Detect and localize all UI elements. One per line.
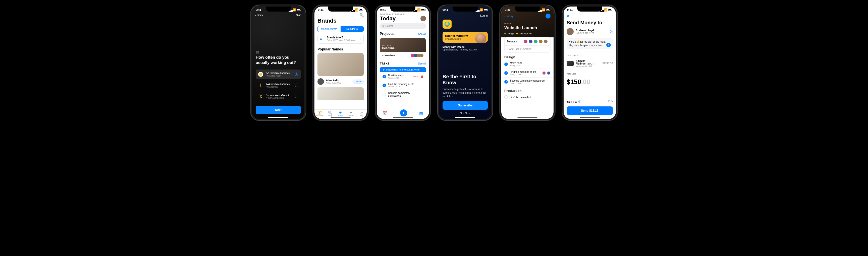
- more-button[interactable]: ⋯: [546, 13, 551, 19]
- step-indicator: 1/5: [256, 51, 301, 54]
- task-row[interactable]: ✓Don't be an idiotToday, 10:0010:001: [380, 72, 426, 81]
- info-icon[interactable]: ⓘ: [610, 30, 613, 34]
- question-text: How often do you usually working out?: [256, 55, 301, 65]
- option-2[interactable]: 🏋 5+ workouts/weekA man, a machine: [256, 92, 301, 101]
- grid-icon[interactable]: ▦: [419, 111, 423, 116]
- send-button[interactable]: Send $151.5: [567, 106, 613, 115]
- task-row[interactable]: ✓Find the meaning of lifeFriday, 12:40: [501, 69, 554, 77]
- radio-icon: [295, 84, 299, 87]
- check-icon[interactable]: ✓: [382, 75, 386, 78]
- members-count: 12 Members: [382, 54, 395, 57]
- use-card-label: USE CARD: [564, 50, 616, 58]
- check-icon[interactable]: [504, 95, 508, 99]
- status-bar: 9:41 📶: [564, 6, 616, 13]
- add-task-button[interactable]: + Add Task or Section: [504, 46, 550, 53]
- home-indicator[interactable]: [331, 118, 351, 118]
- badge: 1: [421, 75, 423, 78]
- chevron-right-icon: ›: [361, 37, 362, 41]
- note-input[interactable]: Here's 💰 for my part of the meal. Pls, k…: [567, 38, 613, 49]
- date-label: THURSDAY 1 FEBRUARY: [377, 13, 429, 15]
- search-input[interactable]: 🔍 Search: [380, 23, 426, 29]
- new-tasks-banner[interactable]: ⚡ 4 new tasks, from Yura and Artem: [380, 67, 426, 72]
- recipient-row[interactable]: Andrew Lloyd+43 323-613-1222 ⓘ: [564, 28, 616, 37]
- back-button[interactable]: ‹ Back: [255, 13, 263, 17]
- see-all-link[interactable]: See All: [418, 33, 426, 35]
- send-note-icon[interactable]: ↑: [606, 43, 611, 47]
- status-bar: 9:41 📶: [252, 6, 304, 13]
- status-icons: 📶: [289, 8, 301, 11]
- task-row[interactable]: ✓Find the meaning of lifeFriday, 12:40: [380, 81, 426, 90]
- check-icon[interactable]: ✓: [504, 71, 508, 75]
- option-0[interactable]: 😅 0-1 workouts/weekI'm a little rusty: [256, 69, 301, 79]
- not-now-link[interactable]: Not Now: [439, 112, 491, 115]
- member-avatars: [412, 54, 424, 58]
- back-button[interactable]: ‹ Today: [504, 14, 514, 18]
- fee-row: Bank Fee ⓘ $1.5: [564, 97, 616, 105]
- status-icons: 📶: [600, 8, 612, 11]
- option-1[interactable]: 🚶 2-4 workouts/weekI'm a regular: [256, 81, 301, 90]
- calendar-icon[interactable]: 📅: [383, 111, 388, 116]
- section-projects: Projects: [380, 32, 394, 36]
- login-link[interactable]: Log in: [439, 13, 491, 18]
- members-row[interactable]: Members: [504, 37, 550, 46]
- search-icon[interactable]: 🔍: [360, 13, 364, 17]
- home-indicator[interactable]: [580, 118, 600, 118]
- shop-button[interactable]: SHOP: [353, 79, 364, 84]
- status-time: 9:41: [442, 8, 448, 11]
- tag-design[interactable]: Design: [504, 32, 514, 35]
- heart-icon: ♥: [346, 111, 356, 115]
- amount-input[interactable]: $150.00: [564, 76, 616, 87]
- section-production: Production: [501, 86, 554, 94]
- task-row[interactable]: ✓Become completely transparentFriday, 13…: [501, 77, 554, 86]
- tab-discover[interactable]: 🧭Discover: [314, 111, 325, 117]
- page-title: Today: [380, 15, 396, 22]
- seg-manufacturers[interactable]: Manufacturers: [318, 26, 341, 32]
- add-button[interactable]: +: [400, 109, 407, 117]
- segment-control: Manufacturers Designers: [317, 26, 364, 32]
- avatar: [567, 28, 574, 35]
- brand-image[interactable]: [317, 87, 364, 100]
- project-name: Website Launch: [501, 25, 554, 32]
- tab-shop[interactable]: 🔍Shop: [325, 111, 336, 117]
- profile-avatar[interactable]: [421, 16, 426, 21]
- check-icon[interactable]: ✓: [504, 80, 508, 84]
- feature-card[interactable]: Rachel Maddow Finance, Stocks: [442, 32, 488, 43]
- tab-wishlist[interactable]: ♥Wishlist: [346, 111, 356, 117]
- show-info: Money with Rachel Updating Every Thursda…: [439, 44, 491, 53]
- check-icon[interactable]: [382, 93, 386, 96]
- task-row[interactable]: Don't be an asshole: [501, 94, 554, 101]
- close-button[interactable]: ×: [564, 13, 616, 19]
- check-icon[interactable]: ✓: [504, 63, 508, 66]
- phone-send-money: 9:41 📶 × Send Money to Andrew Lloyd+43 3…: [562, 5, 617, 121]
- page-title: Brands: [314, 17, 367, 26]
- skip-button[interactable]: Skip: [296, 13, 301, 17]
- brands-az-card[interactable]: ≡ Brands A to ZArtek, HAY, Vitra & 100 m…: [317, 34, 364, 44]
- tag-development[interactable]: Development: [516, 32, 532, 35]
- info-icon[interactable]: ⓘ: [579, 100, 581, 103]
- status-time: 9:41: [380, 8, 386, 11]
- tab-bag[interactable]: 🛍Bag: [356, 111, 367, 117]
- next-button[interactable]: Next: [256, 106, 301, 114]
- app-icon: 🌐: [442, 20, 452, 29]
- status-time: 9:41: [567, 8, 572, 11]
- brand-row[interactable]: Alvar AaltoArtek, Iitala, Vitra SHOP: [314, 77, 367, 86]
- project-card[interactable]: PROJECTHeadline 12 Members: [380, 38, 426, 59]
- home-indicator[interactable]: [268, 117, 288, 118]
- home-indicator[interactable]: [455, 117, 475, 118]
- tab-brands[interactable]: ★Brands: [335, 111, 346, 117]
- see-all-link[interactable]: See All: [418, 62, 426, 65]
- author-photo: [475, 33, 486, 43]
- status-time: 9:41: [256, 8, 261, 11]
- subscribe-button[interactable]: Subscribe: [442, 101, 488, 110]
- brand-image[interactable]: [317, 53, 364, 76]
- home-indicator[interactable]: [517, 118, 537, 118]
- status-bar: 9:41 📶: [501, 6, 554, 13]
- check-icon[interactable]: ✓: [382, 84, 386, 87]
- task-row[interactable]: Become completely transparent: [380, 90, 426, 99]
- seg-designers[interactable]: Designers: [341, 26, 364, 32]
- task-row[interactable]: ✓Make editsToday, 12:30: [501, 60, 554, 69]
- bag-icon: 🛍: [356, 111, 367, 115]
- card-row[interactable]: Amazon Platinum⌘PayMastercard • 1562 $12…: [564, 58, 616, 69]
- section-design: Design: [501, 53, 554, 60]
- home-indicator[interactable]: [393, 118, 413, 118]
